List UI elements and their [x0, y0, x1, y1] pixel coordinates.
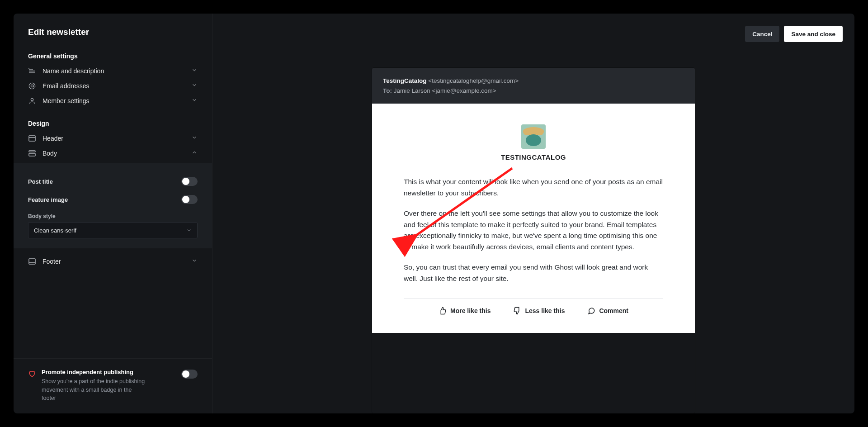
row-email-addresses[interactable]: Email addresses	[14, 78, 212, 93]
svg-rect-5	[29, 153, 35, 156]
action-label: Less like this	[525, 307, 565, 314]
brand-block: TESTINGCATALOG	[404, 124, 663, 176]
action-label: Comment	[599, 307, 628, 314]
email-header: TestingCatalog <testingcataloghelp@gmail…	[372, 68, 695, 104]
email-actions: More like this Less like this	[404, 307, 663, 315]
svg-rect-2	[29, 136, 35, 141]
paragraph: This is what your content will look like…	[404, 176, 663, 199]
row-member-settings[interactable]: Member settings	[14, 93, 212, 108]
to-label: To:	[383, 87, 392, 94]
chevron-down-icon	[186, 228, 192, 233]
email-from-line: TestingCatalog <testingcataloghelp@gmail…	[383, 76, 684, 86]
row-label: Footer	[42, 258, 185, 265]
row-label: Email addresses	[42, 82, 185, 90]
row-label: Header	[42, 135, 185, 142]
chevron-down-icon	[191, 134, 198, 142]
post-title-label: Post title	[28, 178, 53, 185]
promote-toggle[interactable]	[181, 370, 198, 379]
comment-icon	[587, 307, 595, 315]
text-lines-icon	[28, 68, 36, 74]
heart-icon	[28, 369, 36, 403]
divider	[404, 298, 663, 299]
row-label: Name and description	[42, 67, 185, 75]
chevron-down-icon	[191, 97, 198, 104]
row-body[interactable]: Body	[14, 146, 212, 161]
row-label: Member settings	[42, 97, 185, 104]
body-style-label: Body style	[28, 209, 198, 222]
feature-image-toggle[interactable]	[181, 195, 198, 204]
action-less-like-this[interactable]: Less like this	[513, 307, 565, 315]
section-design-label: Design	[14, 108, 212, 131]
layout-footer-icon	[28, 258, 36, 265]
svg-rect-4	[29, 151, 35, 152]
email-content: This is what your content will look like…	[404, 176, 663, 284]
body-style-value: Clean sans-serif	[34, 227, 76, 234]
paragraph: So, you can trust that every email you s…	[404, 262, 663, 285]
to-value: Jamie Larson <jamie@example.com>	[394, 87, 496, 94]
paragraph: Over there on the left you'll see some s…	[404, 208, 663, 253]
promote-desc: Show you're a part of the indie publishi…	[42, 377, 146, 403]
section-general-label: General settings	[14, 46, 212, 63]
panel-title: Edit newsletter	[14, 14, 212, 46]
feature-image-label: Feature image	[28, 196, 68, 203]
switch-feature-image: Feature image	[28, 190, 198, 209]
sidebar: Edit newsletter General settings Name an…	[14, 14, 212, 413]
save-button[interactable]: Save and close	[784, 26, 843, 42]
from-name: TestingCatalog	[383, 77, 427, 84]
chevron-down-icon	[191, 257, 198, 265]
thumbs-up-icon	[439, 307, 447, 315]
action-comment[interactable]: Comment	[587, 307, 628, 315]
svg-point-1	[31, 98, 33, 100]
layout-header-icon	[28, 135, 36, 142]
email-preview-card: TestingCatalog <testingcataloghelp@gmail…	[372, 68, 695, 413]
brand-name: TESTINGCATALOG	[404, 153, 663, 161]
thumbs-down-icon	[513, 307, 521, 315]
toolbar: Cancel Save and close	[212, 14, 854, 54]
promote-block: Promote independent publishing Show you'…	[14, 358, 212, 413]
row-label: Body	[42, 150, 185, 157]
action-more-like-this[interactable]: More like this	[439, 307, 491, 315]
row-name-description[interactable]: Name and description	[14, 63, 212, 78]
body-style-select[interactable]: Clean sans-serif	[28, 222, 198, 238]
post-title-toggle[interactable]	[181, 177, 198, 186]
action-label: More like this	[450, 307, 491, 314]
layout-body-icon	[28, 150, 36, 157]
row-footer[interactable]: Footer	[14, 248, 212, 274]
preview-pane: Cancel Save and close Testing	[212, 14, 854, 413]
brand-avatar-icon	[521, 124, 546, 149]
svg-rect-6	[29, 259, 35, 264]
email-to-line: To: Jamie Larson <jamie@example.com>	[383, 86, 684, 96]
at-icon	[28, 82, 36, 90]
chevron-down-icon	[191, 67, 198, 75]
row-header[interactable]: Header	[14, 131, 212, 146]
user-icon	[28, 97, 36, 104]
from-email: <testingcataloghelp@gmail.com>	[428, 77, 519, 84]
cancel-button[interactable]: Cancel	[745, 26, 779, 42]
body-settings-panel: Post title Feature image Body style Clea…	[14, 163, 212, 248]
promote-title: Promote independent publishing	[42, 369, 176, 375]
chevron-down-icon	[191, 82, 198, 90]
switch-post-title: Post title	[28, 172, 198, 190]
preview-area: TestingCatalog <testingcataloghelp@gmail…	[212, 54, 854, 413]
chevron-up-icon	[191, 149, 198, 157]
email-body: TESTINGCATALOG This is what your content…	[372, 104, 695, 332]
svg-point-0	[31, 85, 33, 87]
newsletter-editor-modal: Edit newsletter General settings Name an…	[14, 14, 854, 413]
